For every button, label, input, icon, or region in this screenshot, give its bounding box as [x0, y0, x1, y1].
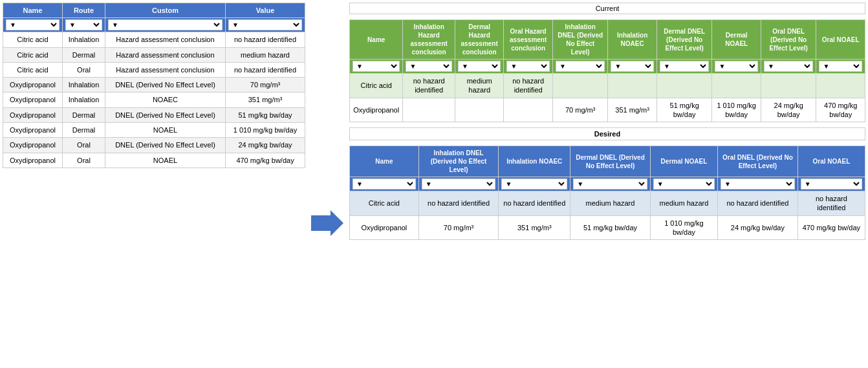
cell-route: Inhalation: [63, 32, 105, 47]
green-filter-5[interactable]: ▼: [608, 60, 656, 74]
blue-col-inhalation-noaec: Inhalation NOAEC: [499, 146, 570, 177]
green-header-row: Name Inhalation Hazard assessment conclu…: [350, 20, 865, 60]
blue-col-oral-dnel: Oral DNEL (Derived No Effect Level): [718, 146, 798, 177]
cell-name[interactable]: Oxydipropanol: [3, 78, 63, 92]
blue-filter-4[interactable]: ▼: [650, 177, 717, 191]
cell-name[interactable]: Oxydipropanol: [3, 107, 63, 122]
cell-oral-noael: no hazard identified: [797, 191, 865, 216]
cell-name[interactable]: Oxydipropanol: [3, 92, 63, 107]
table-row: OxydipropanolOralNOAEL470 mg/kg bw/day: [3, 153, 305, 168]
cell-name[interactable]: Oxydipropanol: [3, 123, 63, 138]
cell-custom: Hazard assessment conclusion: [105, 47, 225, 62]
green-col-inhalation-hazard: Inhalation Hazard assessment conclusion: [403, 20, 455, 60]
left-table: Name Route Custom Value ▼ ▼ ▼ ▼ Citric a…: [3, 3, 305, 168]
cell-custom: NOAEL: [105, 153, 225, 168]
green-filter-1[interactable]: ▼: [403, 60, 455, 74]
green-filter-4[interactable]: ▼: [552, 60, 608, 74]
blue-filter-3[interactable]: ▼: [570, 177, 651, 191]
cell-name[interactable]: Citric acid: [3, 62, 63, 77]
cell-dermal-noael: 1 010 mg/kg bw/day: [650, 215, 717, 240]
cell-inhalation-hazard: [403, 98, 455, 122]
cell-value: medium hazard: [226, 47, 305, 62]
right-section: Current Name Inhalation Hazard assessmen…: [349, 3, 865, 365]
left-section: Name Route Custom Value ▼ ▼ ▼ ▼ Citric a…: [3, 3, 305, 365]
cell-oral-noael: 470 mg/kg bw/day: [797, 215, 865, 240]
blue-filter-6[interactable]: ▼: [797, 177, 865, 191]
table-row: Oxydipropanol70 mg/m³351 mg/m³51 mg/kg b…: [350, 98, 865, 122]
cell-dermal-hazard: medium hazard: [455, 74, 503, 98]
cell-dermal-dnel: 51 mg/kg bw/day: [656, 98, 712, 122]
cell-dermal-dnel: [656, 74, 712, 98]
right-top-body: Citric acidno hazard identifiedmedium ha…: [350, 74, 865, 122]
filter-value[interactable]: ▼: [226, 18, 305, 32]
green-filter-8[interactable]: ▼: [761, 60, 816, 74]
blue-filter-5[interactable]: ▼: [718, 177, 798, 191]
filter-custom[interactable]: ▼: [105, 18, 225, 32]
blue-filter-2[interactable]: ▼: [499, 177, 570, 191]
cell-inhalation-hazard: no hazard identified: [403, 74, 455, 98]
table-row: Citric acidInhalationHazard assessment c…: [3, 32, 305, 47]
cell-name[interactable]: Oxydipropanol: [3, 153, 63, 168]
cell-dermal-hazard: [455, 98, 503, 122]
cell-name[interactable]: Oxydipropanol: [3, 138, 63, 153]
cell-inhalation-noaec: 351 mg/m³: [499, 215, 570, 240]
cell-name[interactable]: Oxydipropanol: [350, 98, 403, 122]
green-col-inhalation-dnel: Inhalation DNEL (Derived No Effect Level…: [552, 20, 608, 60]
table-row: Oxydipropanol70 mg/m³351 mg/m³51 mg/kg b…: [350, 215, 865, 240]
col-header-custom: Custom: [105, 3, 225, 18]
right-bottom-scroll: Name Inhalation DNEL (Derived No Effect …: [349, 146, 865, 240]
cell-name[interactable]: Citric acid: [350, 74, 403, 98]
green-filter-0[interactable]: ▼: [350, 60, 403, 74]
green-col-dermal-noael: Dermal NOAEL: [712, 20, 761, 60]
table-row: OxydipropanolDermalDNEL (Derived No Effe…: [3, 107, 305, 122]
cell-custom: NOAEC: [105, 92, 225, 107]
cell-dermal-dnel: medium hazard: [570, 191, 651, 216]
cell-oral-hazard: no hazard identified: [504, 74, 552, 98]
table-row: OxydipropanolDermalNOAEL1 010 mg/kg bw/d…: [3, 123, 305, 138]
blue-col-dermal-noael: Dermal NOAEL: [650, 146, 717, 177]
cell-route: Oral: [63, 153, 105, 168]
table-row: Citric acidOralHazard assessment conclus…: [3, 62, 305, 77]
cell-custom: Hazard assessment conclusion: [105, 32, 225, 47]
table-row: Citric acidno hazard identifiedno hazard…: [350, 191, 865, 216]
cell-route: Oral: [63, 62, 105, 77]
cell-custom: NOAEL: [105, 123, 225, 138]
cell-oral-hazard: [504, 98, 552, 122]
direction-arrow-icon: [311, 210, 343, 236]
cell-inhalation-noaec: no hazard identified: [499, 191, 570, 216]
green-filter-row: ▼ ▼ ▼ ▼ ▼ ▼ ▼ ▼ ▼ ▼: [350, 60, 865, 74]
blue-filter-1[interactable]: ▼: [418, 177, 499, 191]
blue-header-row: Name Inhalation DNEL (Derived No Effect …: [350, 146, 865, 177]
blue-filter-0[interactable]: ▼: [350, 177, 419, 191]
blue-col-dermal-dnel: Dermal DNEL (Derived No Effect Level): [570, 146, 651, 177]
arrow-section: [308, 3, 347, 365]
table-row: Citric acidno hazard identifiedmedium ha…: [350, 74, 865, 98]
green-filter-9[interactable]: ▼: [816, 60, 865, 74]
green-filter-7[interactable]: ▼: [712, 60, 761, 74]
green-filter-3[interactable]: ▼: [504, 60, 552, 74]
cell-inhalation-dnel: no hazard identified: [418, 191, 499, 216]
cell-route: Dermal: [63, 47, 105, 62]
cell-name[interactable]: Citric acid: [350, 191, 419, 216]
desired-label: Desired: [349, 127, 865, 140]
green-col-oral-hazard: Oral Hazard assessment conclusion: [504, 20, 552, 60]
current-label: Current: [349, 3, 865, 14]
cell-value: 51 mg/kg bw/day: [226, 107, 305, 122]
green-filter-2[interactable]: ▼: [455, 60, 503, 74]
cell-name[interactable]: Oxydipropanol: [350, 215, 419, 240]
cell-value: no hazard identified: [226, 32, 305, 47]
cell-oral-dnel: 24 mg/kg bw/day: [761, 98, 816, 122]
filter-route[interactable]: ▼: [63, 18, 105, 32]
green-col-dermal-dnel: Dermal DNEL (Derived No Effect Level): [656, 20, 712, 60]
green-col-inhalation-noaec: Inhalation NOAEC: [608, 20, 656, 60]
filter-name[interactable]: ▼: [3, 18, 63, 32]
cell-inhalation-noaec: 351 mg/m³: [608, 98, 656, 122]
main-container: Name Route Custom Value ▼ ▼ ▼ ▼ Citric a…: [0, 0, 868, 368]
cell-inhalation-dnel: [552, 74, 608, 98]
cell-name[interactable]: Citric acid: [3, 47, 63, 62]
left-table-body: Citric acidInhalationHazard assessment c…: [3, 32, 305, 168]
col-header-name: Name: [3, 3, 63, 18]
cell-name[interactable]: Citric acid: [3, 32, 63, 47]
cell-value: no hazard identified: [226, 62, 305, 77]
green-filter-6[interactable]: ▼: [656, 60, 712, 74]
